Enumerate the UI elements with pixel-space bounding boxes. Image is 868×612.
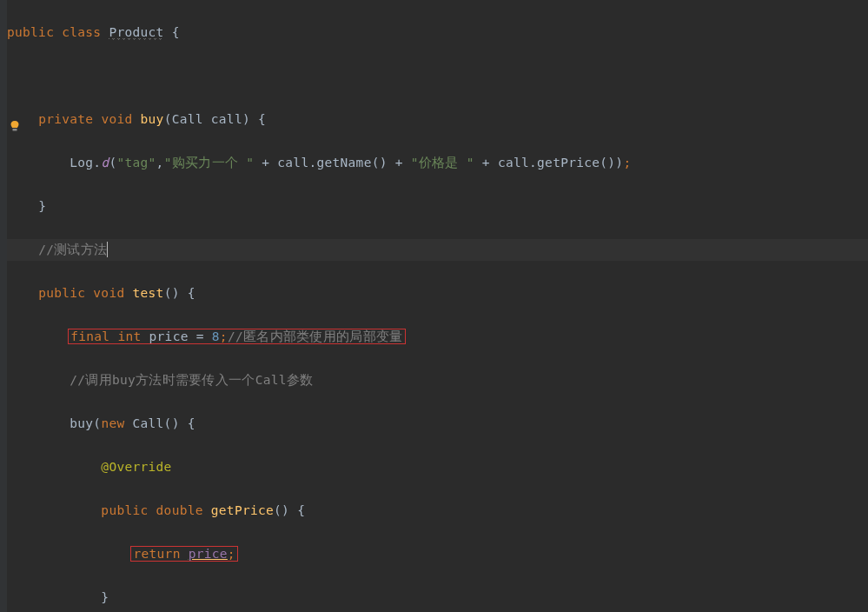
code-line[interactable]: buy(new Call() { [7, 413, 868, 435]
operator: + [474, 156, 498, 170]
call: call.getPrice()) [498, 156, 623, 170]
annotation: @Override [101, 460, 171, 474]
number: 8 [212, 329, 220, 343]
call: buy( [70, 416, 101, 430]
code-line[interactable]: return price; [7, 543, 868, 565]
keyword: new [101, 416, 124, 430]
signature: () { [274, 503, 305, 517]
brace: } [101, 590, 109, 604]
method-name: test [133, 286, 164, 300]
semicolon: ; [228, 547, 235, 561]
code-line-active[interactable]: //测试方法 [7, 239, 868, 261]
string: "价格是 " [411, 156, 474, 170]
class-name: Call() { [124, 416, 195, 430]
code-line[interactable]: final int price = 8;//匿名内部类使用的局部变量 [7, 326, 868, 348]
method-name: getPrice [211, 503, 274, 517]
code-line[interactable]: Log.d("tag","购买力一个 " + call.getName() + … [7, 152, 868, 174]
code-line[interactable]: public class Product { [7, 22, 868, 43]
keyword: class [62, 25, 101, 39]
string: "tag" [116, 156, 156, 170]
code-line[interactable]: @Override [7, 456, 868, 478]
signature: () { [164, 286, 195, 300]
operator: + [254, 156, 277, 170]
code-editor[interactable]: public class Product { private void buy(… [7, 0, 868, 612]
code-line[interactable]: } [7, 196, 868, 217]
text-caret [107, 242, 108, 257]
variable: price [149, 329, 189, 343]
keyword: return [133, 547, 180, 561]
code-line[interactable]: private void buy(Call call) { [7, 109, 868, 130]
code-line[interactable]: //调用buy方法时需要传入一个Call参数 [7, 369, 868, 391]
code-line[interactable]: public double getPrice() { [7, 500, 868, 522]
semicolon: ; [220, 329, 228, 343]
code-line[interactable] [7, 65, 868, 87]
identifier: Log [70, 156, 93, 170]
keyword: final [70, 329, 109, 343]
operator: + [388, 156, 411, 170]
brace: } [38, 199, 46, 213]
comment: //测试方法 [38, 243, 107, 256]
keyword: public [38, 286, 85, 300]
semicolon: ; [623, 156, 631, 170]
keyword: void [93, 286, 124, 300]
space [181, 547, 189, 561]
operator: = [189, 329, 212, 343]
class-name: Product [109, 25, 163, 40]
keyword: public [7, 25, 54, 39]
comment: //匿名内部类使用的局部变量 [228, 329, 403, 343]
method-name: buy [141, 112, 164, 126]
string: "购买力一个 " [164, 156, 255, 170]
keyword: double [156, 503, 203, 517]
variable: price [189, 547, 228, 561]
editor-gutter [0, 0, 7, 612]
call: call.getName() [277, 156, 387, 170]
svg-rect-0 [13, 129, 17, 131]
comment: //调用buy方法时需要传入一个Call参数 [70, 373, 313, 387]
comma: , [156, 156, 164, 170]
keyword: public [101, 503, 148, 517]
intention-bulb-icon[interactable] [10, 120, 20, 130]
code-line[interactable]: public void test() { [7, 283, 868, 304]
brace: { [164, 25, 180, 39]
keyword: private [38, 112, 93, 126]
highlight-box: final int price = 8;//匿名内部类使用的局部变量 [68, 329, 405, 344]
keyword: int [117, 329, 141, 343]
signature: (Call call) { [164, 112, 266, 126]
keyword: void [101, 112, 132, 126]
highlight-box: return price; [130, 546, 237, 562]
code-line[interactable]: } [7, 587, 868, 609]
